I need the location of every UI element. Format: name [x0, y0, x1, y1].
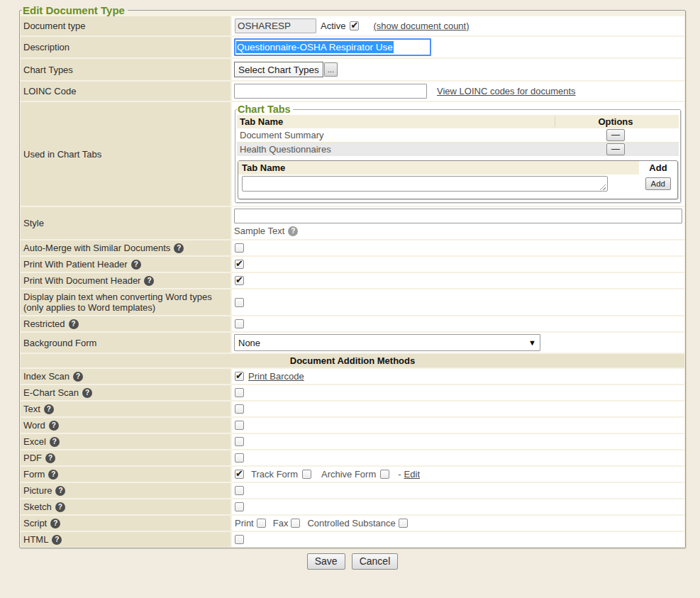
background-form-select[interactable]: None ▼	[234, 334, 540, 351]
selected-option: None	[238, 338, 260, 348]
add-tab-name-column-header: Tab Name	[238, 161, 639, 175]
row-echart-scan: E-Chart Scan?	[21, 385, 684, 400]
text-checkbox[interactable]	[235, 404, 244, 414]
form-label: Form	[23, 469, 45, 480]
help-icon[interactable]: ?	[131, 260, 141, 270]
help-icon[interactable]: ?	[69, 319, 79, 329]
pdf-label: PDF	[23, 453, 42, 463]
background-form-label: Background Form	[21, 333, 230, 353]
row-form: Form? Track Form Archive Form - Edit	[21, 467, 684, 482]
remove-tab-button[interactable]: —	[606, 129, 625, 141]
used-in-chart-tabs-label: Used in Chart Tabs	[21, 102, 230, 206]
track-form-label: Track Form	[251, 469, 298, 480]
style-field[interactable]	[234, 209, 682, 223]
word-checkbox[interactable]	[235, 421, 244, 430]
row-chart-types: Chart Types Select Chart Types ...	[21, 59, 684, 80]
chart-types-browse-button[interactable]: ...	[324, 62, 338, 77]
sketch-label: Sketch	[23, 502, 52, 512]
form-checkbox[interactable]	[235, 470, 244, 479]
excel-checkbox[interactable]	[235, 437, 244, 446]
archive-form-checkbox[interactable]	[380, 470, 389, 479]
row-sketch: Sketch?	[21, 499, 684, 514]
row-pdf: PDF?	[21, 450, 684, 465]
script-print-checkbox[interactable]	[257, 519, 266, 528]
controlled-substance-label: Controlled Substance	[307, 518, 395, 528]
pdf-checkbox[interactable]	[235, 453, 244, 463]
sketch-checkbox[interactable]	[235, 502, 244, 511]
echart-scan-label: E-Chart Scan	[23, 387, 79, 398]
active-label: Active	[321, 21, 345, 31]
echart-scan-checkbox[interactable]	[235, 388, 244, 397]
view-loinc-codes-link[interactable]: View LOINC codes for documents	[437, 86, 576, 96]
loinc-code-field[interactable]	[234, 84, 427, 99]
help-icon[interactable]: ?	[73, 372, 83, 382]
auto-merge-label: Auto-Merge with Similar Documents	[23, 243, 170, 253]
cancel-button[interactable]: Cancel	[352, 553, 399, 570]
help-icon[interactable]: ?	[50, 437, 60, 447]
chart-tabs-legend: Chart Tabs	[237, 104, 293, 115]
table-row: Document Summary —	[237, 128, 679, 142]
archive-form-label: Archive Form	[321, 469, 376, 480]
row-auto-merge: Auto-Merge with Similar Documents?	[21, 240, 684, 255]
document-type-field[interactable]	[235, 18, 316, 33]
tab-name-column-header: Tab Name	[240, 116, 555, 127]
help-icon[interactable]: ?	[48, 470, 58, 480]
controlled-substance-checkbox[interactable]	[399, 519, 408, 528]
help-icon[interactable]: ?	[174, 243, 184, 253]
add-tab-button[interactable]: Add	[645, 177, 671, 190]
document-type-label: Document type	[21, 16, 230, 35]
add-tab-header: Tab Name Add	[238, 161, 677, 175]
chart-tabs-table-header: Tab Name Options	[237, 115, 679, 128]
row-loinc-code: LOINC Code View LOINC codes for document…	[21, 82, 684, 101]
auto-merge-checkbox[interactable]	[235, 243, 244, 253]
row-script: Script? Print Fax Controlled Substance	[21, 516, 684, 531]
description-field[interactable]: Questionnaire-OSHA Respirator Use	[234, 38, 431, 56]
excel-label: Excel	[23, 436, 46, 447]
print-barcode-link[interactable]: Print Barcode	[248, 371, 304, 382]
options-column-header: Options	[555, 116, 676, 127]
row-word: Word?	[21, 418, 684, 433]
document-addition-methods-header: Document Addition Methods	[21, 354, 684, 367]
row-print-patient-header: Print With Patient Header?	[21, 257, 684, 272]
remove-tab-button[interactable]: —	[606, 143, 625, 155]
help-icon[interactable]: ?	[50, 519, 60, 528]
html-label: HTML	[23, 534, 48, 545]
index-scan-checkbox[interactable]	[235, 372, 244, 381]
edit-form-link[interactable]: Edit	[404, 469, 420, 480]
help-icon[interactable]: ?	[55, 502, 65, 512]
style-label: Style	[21, 207, 230, 239]
help-icon[interactable]: ?	[288, 226, 298, 236]
chart-tabs-panel: Chart Tabs Tab Name Options Document Sum…	[235, 104, 681, 203]
new-tab-name-input[interactable]	[242, 176, 608, 192]
restricted-checkbox[interactable]	[235, 319, 244, 328]
select-chart-types-button[interactable]: Select Chart Types	[234, 62, 323, 77]
display-plain-text-checkbox[interactable]	[235, 298, 244, 307]
show-document-count-link[interactable]: (show document count)	[373, 21, 469, 31]
help-icon[interactable]: ?	[82, 388, 92, 398]
help-icon[interactable]: ?	[49, 421, 59, 431]
display-plain-text-label: Display plain text when converting Word …	[23, 292, 228, 313]
help-icon[interactable]: ?	[45, 453, 55, 463]
save-button[interactable]: Save	[307, 553, 345, 570]
row-print-document-header: Print With Document Header?	[21, 273, 684, 288]
script-fax-checkbox[interactable]	[291, 519, 300, 528]
page-title: Edit Document Type	[22, 4, 128, 16]
html-checkbox[interactable]	[235, 535, 244, 544]
active-checkbox[interactable]	[350, 21, 359, 31]
add-tab-panel: Tab Name Add Add	[238, 160, 678, 199]
dash-text: -	[398, 469, 401, 480]
print-document-header-checkbox[interactable]	[235, 276, 244, 285]
help-icon[interactable]: ?	[144, 276, 154, 286]
tab-name-cell: Health Questionnaires	[240, 144, 555, 155]
help-icon[interactable]: ?	[52, 535, 62, 545]
row-index-scan: Index Scan? Print Barcode	[21, 369, 684, 384]
help-icon[interactable]: ?	[44, 404, 54, 414]
picture-checkbox[interactable]	[235, 486, 244, 495]
print-patient-header-checkbox[interactable]	[235, 260, 244, 269]
row-excel: Excel?	[21, 434, 684, 449]
row-document-type: Document type Active (show document coun…	[21, 16, 684, 35]
track-form-checkbox[interactable]	[302, 470, 311, 479]
restricted-label: Restricted	[23, 319, 65, 329]
help-icon[interactable]: ?	[55, 486, 65, 496]
table-row: Health Questionnaires —	[237, 142, 679, 156]
